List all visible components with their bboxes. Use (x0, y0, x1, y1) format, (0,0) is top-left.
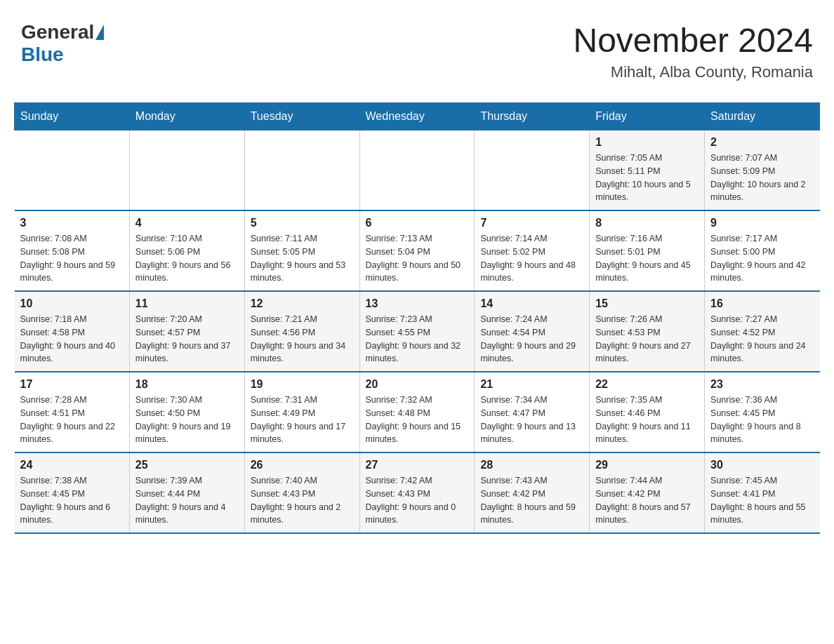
calendar-table: SundayMondayTuesdayWednesdayThursdayFrid… (14, 102, 820, 534)
day-info: Sunrise: 7:08 AMSunset: 5:08 PMDaylight:… (20, 232, 124, 285)
calendar-cell: 27Sunrise: 7:42 AMSunset: 4:43 PMDayligh… (359, 452, 475, 533)
calendar-cell: 22Sunrise: 7:35 AMSunset: 4:46 PMDayligh… (590, 372, 705, 452)
day-number: 29 (595, 459, 699, 471)
calendar-cell: 30Sunrise: 7:45 AMSunset: 4:41 PMDayligh… (705, 452, 820, 533)
calendar-header-wednesday: Wednesday (359, 103, 475, 130)
calendar-header-saturday: Saturday (705, 103, 820, 130)
calendar-cell: 3Sunrise: 7:08 AMSunset: 5:08 PMDaylight… (15, 210, 130, 291)
day-number: 14 (480, 297, 583, 310)
day-info: Sunrise: 7:38 AMSunset: 4:45 PMDaylight:… (20, 474, 124, 527)
day-info: Sunrise: 7:40 AMSunset: 4:43 PMDaylight:… (251, 474, 354, 527)
calendar-cell: 21Sunrise: 7:34 AMSunset: 4:47 PMDayligh… (475, 372, 590, 452)
day-info: Sunrise: 7:14 AMSunset: 5:02 PMDaylight:… (480, 232, 583, 285)
calendar-cell: 17Sunrise: 7:28 AMSunset: 4:51 PMDayligh… (15, 372, 130, 452)
calendar-cell: 5Sunrise: 7:11 AMSunset: 5:05 PMDaylight… (244, 210, 359, 291)
day-info: Sunrise: 7:13 AMSunset: 5:04 PMDaylight:… (366, 232, 469, 285)
day-number: 13 (366, 297, 469, 310)
day-info: Sunrise: 7:43 AMSunset: 4:42 PMDaylight:… (480, 474, 583, 527)
calendar-cell: 1Sunrise: 7:05 AMSunset: 5:11 PMDaylight… (590, 130, 705, 211)
day-number: 10 (20, 297, 124, 310)
day-number: 27 (366, 459, 469, 471)
calendar-cell: 7Sunrise: 7:14 AMSunset: 5:02 PMDaylight… (475, 210, 590, 291)
day-number: 17 (20, 378, 124, 391)
logo-general-label: General (21, 21, 94, 43)
calendar-header-sunday: Sunday (15, 103, 130, 130)
day-number: 22 (595, 378, 699, 391)
day-number: 20 (366, 378, 469, 391)
calendar-cell: 6Sunrise: 7:13 AMSunset: 5:04 PMDaylight… (359, 210, 475, 291)
day-number: 15 (595, 297, 699, 310)
day-info: Sunrise: 7:07 AMSunset: 5:09 PMDaylight:… (710, 152, 814, 204)
calendar-cell: 8Sunrise: 7:16 AMSunset: 5:01 PMDaylight… (590, 210, 705, 291)
day-info: Sunrise: 7:28 AMSunset: 4:51 PMDaylight:… (20, 394, 124, 446)
calendar-cell: 24Sunrise: 7:38 AMSunset: 4:45 PMDayligh… (15, 452, 130, 533)
calendar-header-friday: Friday (590, 103, 705, 130)
calendar-cell: 26Sunrise: 7:40 AMSunset: 4:43 PMDayligh… (244, 452, 359, 533)
calendar-cell: 4Sunrise: 7:10 AMSunset: 5:06 PMDaylight… (129, 210, 244, 291)
day-info: Sunrise: 7:39 AMSunset: 4:44 PMDaylight:… (135, 474, 239, 527)
logo-blue-text: Blue (21, 43, 64, 66)
calendar-cell: 18Sunrise: 7:30 AMSunset: 4:50 PMDayligh… (129, 372, 244, 452)
day-info: Sunrise: 7:36 AMSunset: 4:45 PMDaylight:… (710, 394, 814, 446)
calendar-cell: 25Sunrise: 7:39 AMSunset: 4:44 PMDayligh… (129, 452, 244, 533)
day-info: Sunrise: 7:20 AMSunset: 4:57 PMDaylight:… (135, 313, 239, 365)
day-info: Sunrise: 7:05 AMSunset: 5:11 PMDaylight:… (595, 152, 699, 204)
calendar-cell: 20Sunrise: 7:32 AMSunset: 4:48 PMDayligh… (359, 372, 475, 452)
day-info: Sunrise: 7:27 AMSunset: 4:52 PMDaylight:… (710, 313, 814, 365)
calendar-cell: 14Sunrise: 7:24 AMSunset: 4:54 PMDayligh… (475, 291, 590, 372)
calendar-cell (15, 130, 130, 211)
calendar-cell: 29Sunrise: 7:44 AMSunset: 4:42 PMDayligh… (590, 452, 705, 533)
day-info: Sunrise: 7:45 AMSunset: 4:41 PMDaylight:… (710, 474, 814, 527)
calendar-week-row: 10Sunrise: 7:18 AMSunset: 4:58 PMDayligh… (15, 291, 820, 372)
day-number: 5 (251, 217, 354, 229)
day-info: Sunrise: 7:26 AMSunset: 4:53 PMDaylight:… (595, 313, 699, 365)
day-info: Sunrise: 7:42 AMSunset: 4:43 PMDaylight:… (366, 474, 469, 527)
month-title: November 2024 (573, 21, 813, 60)
day-number: 25 (135, 459, 239, 471)
day-info: Sunrise: 7:34 AMSunset: 4:47 PMDaylight:… (480, 394, 583, 446)
calendar-cell: 12Sunrise: 7:21 AMSunset: 4:56 PMDayligh… (244, 291, 359, 372)
day-number: 9 (710, 217, 814, 229)
calendar-cell (244, 130, 359, 211)
day-info: Sunrise: 7:11 AMSunset: 5:05 PMDaylight:… (251, 232, 354, 285)
day-info: Sunrise: 7:44 AMSunset: 4:42 PMDaylight:… (595, 474, 699, 527)
calendar-cell: 9Sunrise: 7:17 AMSunset: 5:00 PMDaylight… (705, 210, 820, 291)
calendar-header-row: SundayMondayTuesdayWednesdayThursdayFrid… (15, 103, 820, 130)
day-info: Sunrise: 7:32 AMSunset: 4:48 PMDaylight:… (366, 394, 469, 446)
day-number: 30 (710, 459, 814, 471)
calendar-cell (475, 130, 590, 211)
calendar-header-monday: Monday (129, 103, 244, 130)
page-header: General Blue November 2024 Mihalt, Alba … (14, 14, 820, 88)
day-number: 1 (595, 136, 699, 149)
logo: General Blue (21, 21, 104, 66)
calendar-cell: 13Sunrise: 7:23 AMSunset: 4:55 PMDayligh… (359, 291, 475, 372)
calendar-cell: 19Sunrise: 7:31 AMSunset: 4:49 PMDayligh… (244, 372, 359, 452)
calendar-cell: 23Sunrise: 7:36 AMSunset: 4:45 PMDayligh… (705, 372, 820, 452)
day-number: 3 (20, 217, 124, 229)
day-number: 24 (20, 459, 124, 471)
day-number: 12 (251, 297, 354, 310)
day-info: Sunrise: 7:30 AMSunset: 4:50 PMDaylight:… (135, 394, 239, 446)
day-info: Sunrise: 7:21 AMSunset: 4:56 PMDaylight:… (251, 313, 354, 365)
location-title: Mihalt, Alba County, Romania (573, 63, 813, 81)
calendar-week-row: 17Sunrise: 7:28 AMSunset: 4:51 PMDayligh… (15, 372, 820, 452)
calendar-cell (359, 130, 475, 211)
day-number: 18 (135, 378, 239, 391)
day-number: 8 (595, 217, 699, 229)
calendar-cell: 28Sunrise: 7:43 AMSunset: 4:42 PMDayligh… (475, 452, 590, 533)
logo-general-text: General (21, 21, 104, 43)
day-info: Sunrise: 7:17 AMSunset: 5:00 PMDaylight:… (710, 232, 814, 285)
calendar-week-row: 1Sunrise: 7:05 AMSunset: 5:11 PMDaylight… (15, 130, 820, 211)
calendar-cell: 10Sunrise: 7:18 AMSunset: 4:58 PMDayligh… (15, 291, 130, 372)
calendar-cell: 2Sunrise: 7:07 AMSunset: 5:09 PMDaylight… (705, 130, 820, 211)
calendar-cell (129, 130, 244, 211)
calendar-header-thursday: Thursday (475, 103, 590, 130)
calendar-week-row: 3Sunrise: 7:08 AMSunset: 5:08 PMDaylight… (15, 210, 820, 291)
day-number: 26 (251, 459, 354, 471)
day-info: Sunrise: 7:16 AMSunset: 5:01 PMDaylight:… (595, 232, 699, 285)
calendar-cell: 15Sunrise: 7:26 AMSunset: 4:53 PMDayligh… (590, 291, 705, 372)
day-info: Sunrise: 7:18 AMSunset: 4:58 PMDaylight:… (20, 313, 124, 365)
day-number: 11 (135, 297, 239, 310)
calendar-week-row: 24Sunrise: 7:38 AMSunset: 4:45 PMDayligh… (15, 452, 820, 533)
day-number: 28 (480, 459, 583, 471)
